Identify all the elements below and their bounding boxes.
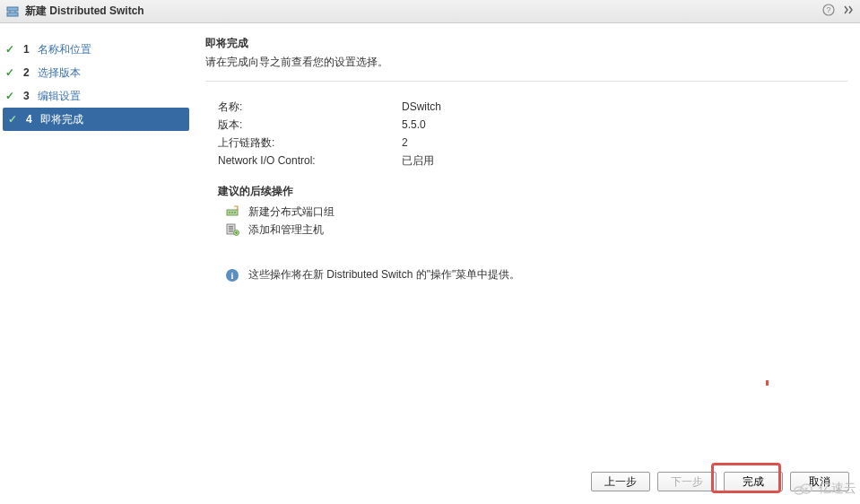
back-button[interactable]: 上一步: [591, 472, 650, 491]
svg-rect-11: [229, 226, 233, 228]
step-number: 4: [26, 113, 35, 126]
portgroup-icon: [225, 204, 239, 219]
help-icon[interactable]: ?: [822, 4, 835, 19]
titlebar-actions: ?: [822, 4, 855, 19]
cancel-button[interactable]: 取消: [790, 472, 849, 491]
hosts-icon: [225, 222, 239, 237]
step-number: 3: [23, 90, 32, 102]
prop-row-version: 版本: 5.5.0: [218, 116, 847, 134]
step-label: 名称和位置: [38, 42, 91, 57]
step-edit-settings[interactable]: ✓ 3 编辑设置: [0, 84, 192, 108]
step-label: 编辑设置: [38, 89, 81, 104]
prop-label: 名称:: [218, 100, 402, 115]
svg-text:?: ?: [826, 5, 830, 14]
page-subheading: 请在完成向导之前查看您的设置选择。: [205, 55, 847, 70]
step-number: 2: [23, 66, 32, 79]
prop-row-uplinks: 上行链路数: 2: [218, 134, 847, 152]
prop-label: 版本:: [218, 117, 402, 133]
suggestion-label: 添加和管理主机: [248, 222, 324, 238]
check-icon: ✓: [8, 113, 21, 126]
expand-icon[interactable]: [842, 4, 855, 19]
step-number: 1: [23, 43, 32, 56]
prop-row-nioc: Network I/O Control: 已启用: [218, 152, 847, 169]
svg-point-9: [234, 212, 236, 213]
prop-value: DSwitch: [402, 100, 441, 113]
prop-value: 2: [402, 136, 408, 149]
info-icon: i: [225, 268, 239, 282]
step-label: 即将完成: [40, 112, 83, 127]
cursor-dot: [766, 380, 769, 386]
step-select-version[interactable]: ✓ 2 选择版本: [0, 61, 192, 84]
step-ready-to-complete[interactable]: ✓ 4 即将完成: [3, 108, 189, 131]
svg-point-8: [231, 212, 233, 213]
suggested-actions-heading: 建议的后续操作: [205, 184, 847, 199]
prop-value: 已启用: [402, 153, 434, 169]
wizard-body: ✓ 1 名称和位置 ✓ 2 选择版本 ✓ 3 编辑设置 ✓ 4 即将完成 即将完…: [0, 23, 860, 458]
suggestion-label: 新建分布式端口组: [248, 204, 334, 220]
next-button: 下一步: [657, 472, 717, 491]
distributed-switch-icon: [5, 4, 20, 19]
info-row: i 这些操作将在新 Distributed Switch 的"操作"菜单中提供。: [205, 267, 847, 282]
step-label: 选择版本: [38, 65, 81, 81]
svg-rect-0: [7, 7, 18, 11]
divider: [205, 81, 847, 82]
prop-value: 5.5.0: [402, 118, 426, 131]
prop-label: 上行链路数:: [218, 135, 402, 151]
check-icon: ✓: [5, 66, 18, 79]
info-text: 这些操作将在新 Distributed Switch 的"操作"菜单中提供。: [248, 267, 520, 282]
prop-label: Network I/O Control:: [218, 154, 402, 167]
wizard-main: 即将完成 请在完成向导之前查看您的设置选择。 名称: DSwitch 版本: 5…: [193, 23, 860, 458]
svg-text:i: i: [231, 271, 234, 281]
wizard-footer: 上一步 下一步 完成 取消: [0, 459, 860, 504]
page-heading: 即将完成: [205, 36, 847, 51]
dialog-title: 新建 Distributed Switch: [25, 4, 822, 19]
check-icon: ✓: [5, 43, 18, 56]
titlebar: 新建 Distributed Switch ?: [0, 0, 860, 23]
check-icon: ✓: [5, 90, 18, 102]
svg-rect-1: [7, 13, 18, 16]
summary-properties: 名称: DSwitch 版本: 5.5.0 上行链路数: 2 Network I…: [205, 98, 847, 169]
svg-rect-12: [229, 229, 233, 230]
suggestion-add-hosts: 添加和管理主机: [205, 221, 847, 239]
svg-rect-13: [229, 230, 233, 232]
svg-point-7: [229, 212, 230, 213]
wizard-steps-sidebar: ✓ 1 名称和位置 ✓ 2 选择版本 ✓ 3 编辑设置 ✓ 4 即将完成: [0, 23, 193, 458]
step-name-location[interactable]: ✓ 1 名称和位置: [0, 38, 192, 61]
finish-button[interactable]: 完成: [724, 472, 783, 491]
prop-row-name: 名称: DSwitch: [218, 98, 847, 116]
suggestion-new-portgroup: 新建分布式端口组: [205, 203, 847, 221]
